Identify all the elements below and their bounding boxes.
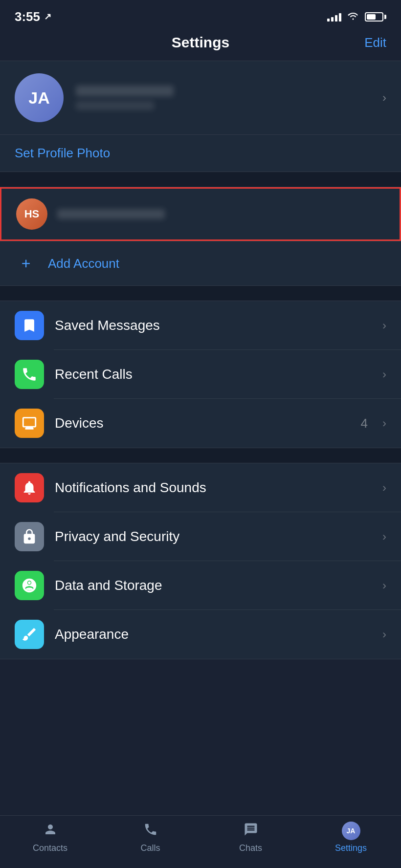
- status-time: 3:55 ↗: [15, 9, 51, 24]
- devices-item[interactable]: Devices 4 ›: [0, 399, 401, 448]
- chevron-icon: ›: [382, 368, 386, 381]
- chevron-icon: ›: [382, 579, 386, 592]
- nav-bar: Settings Edit: [0, 29, 401, 61]
- privacy-item[interactable]: Privacy and Security ›: [0, 512, 401, 561]
- privacy-icon: [15, 522, 44, 551]
- chevron-icon: ›: [382, 628, 386, 641]
- avatar-initials: JA: [28, 88, 49, 108]
- second-account-item[interactable]: HS: [0, 187, 401, 241]
- section-gap: [0, 286, 401, 301]
- appearance-item[interactable]: Appearance ›: [0, 610, 401, 659]
- profile-info: [76, 86, 370, 110]
- time-display: 3:55: [15, 9, 40, 24]
- chevron-icon: ›: [382, 416, 386, 430]
- second-account-avatar: HS: [16, 198, 47, 230]
- chevron-icon: ›: [382, 530, 386, 543]
- svg-point-1: [26, 587, 33, 590]
- avatar: JA: [15, 73, 64, 122]
- privacy-label: Privacy and Security: [55, 529, 372, 544]
- notifications-icon: [15, 473, 44, 502]
- appearance-label: Appearance: [55, 627, 372, 642]
- set-photo-label[interactable]: Set Profile Photo: [15, 146, 110, 160]
- data-storage-icon: [15, 571, 44, 600]
- page-title: Settings: [172, 34, 229, 51]
- profile-phone: [76, 101, 154, 110]
- section-gap: [0, 448, 401, 463]
- profile-section[interactable]: JA ›: [0, 61, 401, 134]
- chats-icon: [244, 822, 258, 840]
- contacts-icon: [43, 822, 58, 840]
- notifications-item[interactable]: Notifications and Sounds ›: [0, 463, 401, 512]
- set-profile-photo-section[interactable]: Set Profile Photo: [0, 135, 401, 172]
- status-icons: [327, 11, 386, 22]
- account-section: HS + Add Account: [0, 187, 401, 285]
- saved-messages-item[interactable]: Saved Messages ›: [0, 301, 401, 350]
- tab-settings[interactable]: JA Settings: [301, 822, 401, 853]
- devices-label: Devices: [55, 415, 350, 431]
- settings-label: Settings: [335, 843, 367, 853]
- calls-label: Calls: [140, 843, 160, 853]
- svg-point-0: [28, 582, 31, 585]
- recent-calls-item[interactable]: Recent Calls ›: [0, 350, 401, 399]
- chevron-icon: ›: [382, 319, 386, 332]
- settings-avatar: JA: [342, 822, 360, 840]
- add-account-item[interactable]: + Add Account: [0, 241, 401, 285]
- second-account-name: [57, 209, 165, 219]
- edit-button[interactable]: Edit: [364, 35, 386, 50]
- chevron-icon: ›: [382, 91, 386, 105]
- saved-messages-label: Saved Messages: [55, 318, 372, 333]
- menu-section-1: Saved Messages › Recent Calls › Devices …: [0, 301, 401, 448]
- contacts-label: Contacts: [33, 843, 67, 853]
- status-bar: 3:55 ↗: [0, 0, 401, 29]
- signal-icon: [327, 12, 341, 22]
- location-icon: ↗: [44, 11, 51, 22]
- chats-label: Chats: [239, 843, 262, 853]
- devices-icon: [15, 409, 44, 438]
- recent-calls-label: Recent Calls: [55, 367, 372, 382]
- appearance-icon: [15, 620, 44, 649]
- tab-calls[interactable]: Calls: [100, 822, 200, 853]
- saved-messages-icon: [15, 311, 44, 340]
- chevron-icon: ›: [382, 481, 386, 495]
- data-storage-item[interactable]: Data and Storage ›: [0, 561, 401, 610]
- devices-badge: 4: [361, 416, 368, 431]
- tab-chats[interactable]: Chats: [200, 822, 301, 853]
- section-gap: [0, 172, 401, 187]
- battery-icon: [365, 12, 386, 22]
- add-account-label[interactable]: Add Account: [48, 256, 119, 271]
- data-storage-label: Data and Storage: [55, 578, 372, 593]
- notifications-label: Notifications and Sounds: [55, 480, 372, 496]
- second-account-initials: HS: [24, 208, 40, 220]
- profile-name: [76, 86, 174, 96]
- tab-contacts[interactable]: Contacts: [0, 822, 100, 853]
- recent-calls-icon: [15, 360, 44, 389]
- bottom-padding: [0, 659, 401, 728]
- calls-icon: [143, 822, 158, 840]
- wifi-icon: [347, 11, 359, 22]
- menu-section-2: Notifications and Sounds › Privacy and S…: [0, 463, 401, 659]
- tab-bar: Contacts Calls Chats JA Settings: [0, 815, 401, 868]
- add-icon: +: [15, 252, 37, 275]
